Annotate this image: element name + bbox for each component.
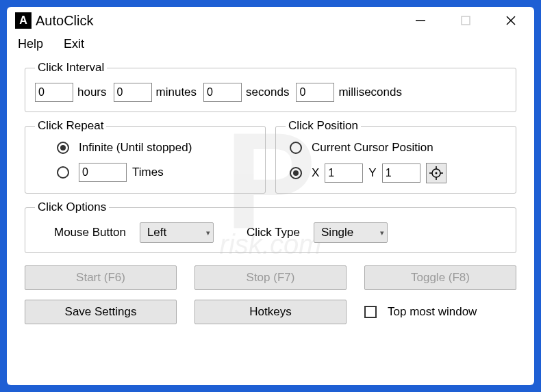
- stop-button[interactable]: Stop (F7): [194, 265, 347, 290]
- seconds-label: seconds: [246, 86, 289, 99]
- click-type-value: Single: [321, 226, 353, 239]
- menu-help[interactable]: Help: [18, 37, 43, 51]
- hours-label: hours: [77, 86, 107, 99]
- crosshair-icon: [429, 166, 443, 180]
- y-label: Y: [368, 166, 376, 180]
- click-position-group: Click Position Current Cursor Position X…: [275, 119, 516, 194]
- topmost-label: Top most window: [388, 305, 477, 319]
- repeat-times-option[interactable]: Times: [57, 163, 255, 182]
- repeat-infinite-option[interactable]: Infinite (Until stopped): [57, 141, 255, 155]
- x-label: X: [312, 166, 319, 180]
- titlebar: A AutoClick: [7, 7, 534, 34]
- hotkeys-button[interactable]: Hotkeys: [194, 300, 347, 324]
- start-button[interactable]: Start (F6): [25, 265, 177, 290]
- svg-point-5: [435, 172, 437, 174]
- click-interval-legend: Click Interval: [35, 61, 107, 75]
- radio-icon: [290, 142, 302, 154]
- radio-icon: [290, 167, 302, 179]
- radio-icon: [57, 142, 69, 154]
- hours-input[interactable]: [35, 83, 73, 102]
- app-title: AutoClick: [36, 13, 93, 29]
- mouse-button-value: Left: [147, 226, 166, 239]
- x-input[interactable]: [325, 164, 363, 183]
- click-type-select[interactable]: Single ▾: [314, 222, 388, 243]
- menu-exit[interactable]: Exit: [64, 37, 84, 51]
- mouse-button-select[interactable]: Left ▾: [140, 222, 214, 243]
- ms-label: milliseconds: [338, 86, 402, 99]
- chevron-down-icon: ▾: [206, 228, 210, 237]
- topmost-option[interactable]: Top most window: [364, 305, 516, 319]
- position-cursor-option[interactable]: Current Cursor Position: [290, 141, 506, 155]
- ms-input[interactable]: [296, 83, 334, 102]
- minutes-label: minutes: [156, 86, 197, 99]
- app-icon: A: [15, 12, 32, 29]
- minimize-button[interactable]: [411, 11, 430, 30]
- save-settings-button[interactable]: Save Settings: [25, 300, 177, 324]
- y-input[interactable]: [382, 164, 420, 183]
- minutes-input[interactable]: [114, 83, 152, 102]
- click-repeat-legend: Click Repeat: [35, 119, 106, 133]
- checkbox-icon: [364, 306, 377, 318]
- chevron-down-icon: ▾: [380, 228, 384, 237]
- seconds-input[interactable]: [203, 83, 242, 102]
- click-repeat-group: Click Repeat Infinite (Until stopped) Ti…: [25, 119, 266, 194]
- mouse-button-label: Mouse Button: [54, 226, 126, 239]
- times-label: Times: [132, 166, 164, 179]
- click-interval-group: Click Interval hours minutes seconds mil…: [25, 61, 516, 112]
- close-button[interactable]: [501, 11, 520, 30]
- maximize-button[interactable]: [456, 11, 475, 30]
- radio-icon: [57, 166, 69, 179]
- click-type-label: Click Type: [247, 226, 300, 239]
- cursor-pos-label: Current Cursor Position: [312, 141, 433, 155]
- svg-rect-1: [462, 16, 470, 25]
- toggle-button[interactable]: Toggle (F8): [364, 265, 516, 290]
- times-input[interactable]: [79, 163, 127, 182]
- click-options-group: Click Options Mouse Button Left ▾ Click …: [25, 200, 516, 253]
- position-xy-option[interactable]: X Y: [290, 163, 506, 183]
- menubar: Help Exit: [7, 34, 534, 55]
- pick-position-button[interactable]: [426, 163, 446, 183]
- click-position-legend: Click Position: [286, 119, 361, 133]
- click-options-legend: Click Options: [35, 200, 109, 214]
- infinite-label: Infinite (Until stopped): [79, 141, 192, 155]
